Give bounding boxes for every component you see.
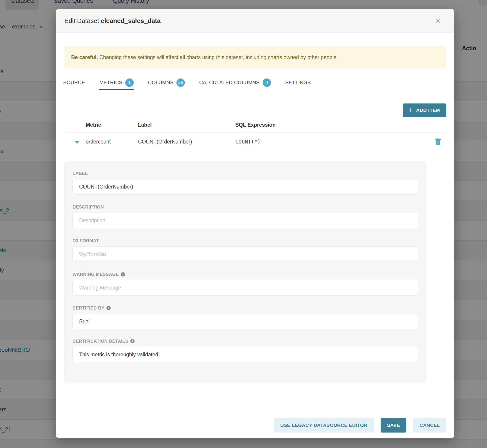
field-label: D3 FORMAT xyxy=(72,238,418,243)
form-field: WARNING MESSAGEi xyxy=(72,272,418,296)
info-icon[interactable]: i xyxy=(121,272,125,277)
info-icon[interactable]: i xyxy=(130,339,135,343)
collapse-caret-icon[interactable] xyxy=(75,141,79,144)
field-label: DESCRIPTION xyxy=(72,204,418,210)
add-item-button[interactable]: + ADD ITEM xyxy=(403,104,446,117)
close-icon[interactable]: ✕ xyxy=(431,9,445,32)
columns-count-badge: 25 xyxy=(176,79,185,87)
certified-by-input[interactable] xyxy=(72,314,418,329)
modal-title-dataset-name: cleaned_sales_data xyxy=(101,17,160,24)
form-field: LABEL xyxy=(72,171,418,194)
metric-label: COUNT(OrderNumber) xyxy=(138,139,192,145)
d3-format-input[interactable] xyxy=(72,246,418,262)
modal-title-prefix: Edit Dataset xyxy=(64,17,99,24)
form-field: CERTIFIED BYi xyxy=(72,305,418,329)
calculated-columns-count-badge: 0 xyxy=(263,79,271,87)
certification-details-input[interactable] xyxy=(72,347,418,362)
description-input[interactable] xyxy=(72,213,418,228)
tab-calculated-columns-label: CALCULATED COLUMNS xyxy=(199,80,259,86)
modal-title: Edit Dataset cleaned_sales_data xyxy=(64,17,160,24)
label-input[interactable] xyxy=(72,179,418,194)
tabs-divider xyxy=(64,91,446,91)
tab-columns-label: COLUMNS xyxy=(148,80,174,86)
modal-header: Edit Dataset cleaned_sales_data ✕ xyxy=(56,9,454,33)
field-label: WARNING MESSAGEi xyxy=(72,272,418,277)
tab-columns[interactable]: COLUMNS 25 xyxy=(148,75,185,90)
warning-banner-bold: Be careful. xyxy=(71,54,98,60)
tab-settings[interactable]: SETTINGS xyxy=(285,75,311,90)
info-icon[interactable]: i xyxy=(106,306,111,310)
edit-dataset-modal: Edit Dataset cleaned_sales_data ✕ Be car… xyxy=(56,9,454,438)
column-header-label: Label xyxy=(138,122,152,128)
field-label: LABEL xyxy=(72,171,418,176)
use-legacy-datasource-editor-button[interactable]: USE LEGACY DATASOURCE EDITOR xyxy=(274,418,374,432)
metrics-header-divider xyxy=(64,133,446,133)
delete-metric-icon[interactable] xyxy=(435,138,441,146)
tab-source[interactable]: SOURCE xyxy=(63,75,85,90)
metric-detail-panel: LABELDESCRIPTIOND3 FORMATWARNING MESSAGE… xyxy=(64,161,426,383)
save-button[interactable]: SAVE xyxy=(381,418,406,432)
column-header-metric: Metric xyxy=(86,122,101,128)
field-label: CERTIFICATION DETAILSi xyxy=(72,339,418,344)
modal-footer: USE LEGACY DATASOURCE EDITOR SAVE CANCEL xyxy=(274,418,446,432)
field-label: CERTIFIED BYi xyxy=(72,305,418,311)
metrics-count-badge: 1 xyxy=(125,79,134,87)
plus-icon: + xyxy=(409,106,413,114)
tab-calculated-columns[interactable]: CALCULATED COLUMNS 0 xyxy=(199,75,271,90)
metric-row: ordercount COUNT(OrderNumber) COUNT(*) xyxy=(56,136,454,150)
cancel-button[interactable]: CANCEL xyxy=(413,418,446,432)
column-header-sql-expression: SQL Expression xyxy=(235,122,276,128)
tab-metrics-label: METRICS xyxy=(99,80,122,86)
warning-message-input[interactable] xyxy=(72,280,418,296)
add-item-label: ADD ITEM xyxy=(416,108,440,113)
form-field: D3 FORMAT xyxy=(72,238,418,262)
tab-metrics[interactable]: METRICS 1 xyxy=(99,75,134,90)
warning-banner: Be careful. Changing these settings will… xyxy=(64,46,446,69)
metric-sql-expression: COUNT(*) xyxy=(235,139,261,145)
metric-name: ordercount xyxy=(86,139,111,145)
warning-banner-text: Changing these settings will affect all … xyxy=(98,54,338,60)
form-field: DESCRIPTION xyxy=(72,204,418,228)
form-field: CERTIFICATION DETAILSi xyxy=(72,339,418,362)
modal-tabs: SOURCE METRICS 1 COLUMNS 25 CALCULATED C… xyxy=(63,75,311,91)
tab-source-label: SOURCE xyxy=(63,80,85,86)
tab-settings-label: SETTINGS xyxy=(285,80,311,86)
